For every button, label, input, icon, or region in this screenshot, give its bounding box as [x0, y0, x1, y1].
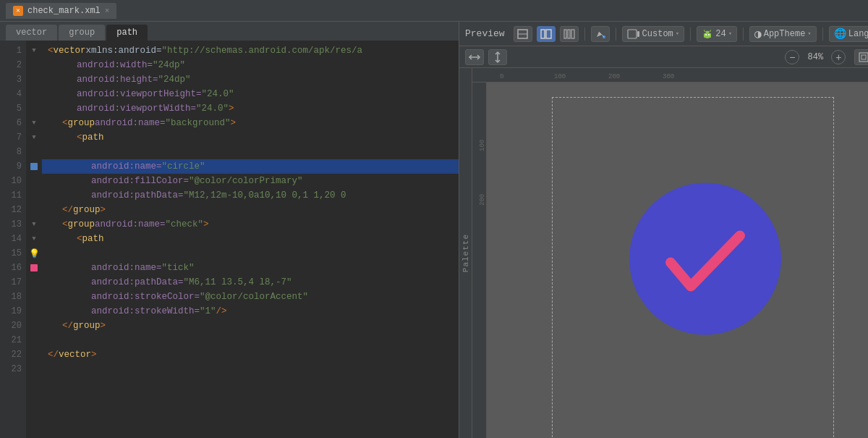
tabs-bar: vector group path — [0, 22, 459, 41]
fit-window-btn[interactable] — [854, 49, 868, 65]
main-layout: vector group path 12345 678910 111213141… — [0, 22, 868, 438]
svg-point-13 — [705, 34, 707, 35]
preview-toolbar2: − 84% + ✋ 🔔 — [459, 46, 868, 68]
tab-path[interactable]: path — [106, 25, 148, 41]
canvas-inner: 100 200 — [472, 83, 868, 438]
ruler-label-100: 100 — [554, 73, 608, 80]
ruler-left: 100 200 — [472, 83, 487, 438]
device-arrow: ▾ — [676, 30, 679, 38]
gutter: ▼ ▼ ▼ ▼ ▼ 💡 — [26, 41, 42, 438]
lang-dropdown[interactable]: 🌐 Language — [829, 26, 868, 42]
code-line-17: android:pathData="M6,11 l3.5,4 l8,-7" — [42, 275, 459, 290]
fold-arrow-1[interactable]: ▼ — [32, 47, 35, 54]
code-line-22: </vector> — [42, 348, 459, 362]
code-line-16: android:name="tick" — [42, 261, 459, 275]
tab-group[interactable]: group — [59, 25, 105, 41]
preview-graphic — [618, 172, 792, 349]
fold-arrow-5[interactable]: ▼ — [32, 235, 35, 243]
tab-close-icon[interactable]: × — [105, 7, 110, 15]
code-line-19: android:strokeWidth="1" /> — [42, 304, 459, 319]
preview-canvas-wrap: Palette 0 100 200 300 — [459, 68, 868, 438]
svg-point-14 — [708, 34, 710, 35]
api-dropdown[interactable]: 24 ▾ — [697, 26, 737, 42]
zoom-value: 84% — [802, 52, 828, 62]
separator-4 — [743, 28, 744, 41]
separator-1 — [584, 28, 585, 41]
svg-rect-3 — [546, 30, 551, 38]
layout-icon-2[interactable] — [537, 26, 556, 42]
canvas-area: 0 100 200 300 100 200 — [472, 68, 868, 438]
ruler-left-ticks: 100 200 — [472, 83, 486, 206]
ruler-top: 0 100 200 300 — [472, 68, 868, 83]
code-line-21 — [42, 333, 459, 348]
preview-toolbar: Preview — [459, 22, 868, 46]
file-tab-label: check_mark.xml — [27, 6, 101, 16]
code-line-1: <vector xmlns:android="http://schemas.an… — [42, 43, 459, 58]
theme-icon: ◑ — [754, 27, 762, 41]
api-arrow: ▾ — [728, 30, 732, 38]
fold-arrow-4[interactable]: ▼ — [32, 221, 35, 228]
bulb-icon[interactable]: 💡 — [29, 248, 40, 259]
theme-arrow: ▾ — [807, 30, 811, 38]
palette-label: Palette — [461, 234, 470, 272]
svg-rect-2 — [541, 30, 545, 38]
code-line-13: <group android:name="check"> — [42, 217, 459, 232]
svg-rect-12 — [704, 33, 711, 38]
line-numbers: 12345 678910 1112131415 1617181920 21222… — [0, 41, 26, 438]
svg-rect-10 — [637, 31, 639, 37]
svg-rect-5 — [568, 30, 570, 38]
code-line-20: </group> — [42, 319, 459, 333]
zoom-out-button[interactable]: − — [785, 50, 799, 64]
theme-dropdown[interactable]: ◑ AppTheme ▾ — [749, 26, 817, 42]
ruler-left-label-100: 100 — [477, 97, 486, 151]
code-line-18: android:strokeColor="@color/colorAccent" — [42, 290, 459, 304]
color-swatch-blue[interactable] — [30, 163, 38, 170]
code-line-6: <group android:name="background"> — [42, 116, 459, 130]
circle-element — [629, 182, 781, 334]
device-dropdown[interactable]: Custom ▾ — [622, 26, 685, 42]
tab-vector[interactable]: vector — [6, 25, 57, 41]
paint-icon[interactable] — [591, 26, 610, 42]
svg-rect-18 — [859, 53, 868, 62]
pan-horizontal-btn[interactable] — [465, 49, 484, 65]
code-line-10: android:fillColor="@color/colorPrimary" — [42, 174, 459, 188]
svg-rect-19 — [861, 55, 866, 59]
code-line-15 — [42, 246, 459, 261]
code-line-23 — [42, 362, 459, 376]
ruler-label-300: 300 — [663, 73, 717, 80]
code-line-7: <path — [42, 130, 459, 145]
code-line-2: android:width="24dp" — [42, 58, 459, 72]
fold-arrow-2[interactable]: ▼ — [32, 119, 35, 127]
code-line-14: <path — [42, 232, 459, 246]
zoom-in-button[interactable]: + — [831, 50, 846, 64]
zoom-controls: − 84% + — [785, 50, 846, 64]
pan-vertical-btn[interactable] — [488, 49, 507, 65]
color-swatch-pink[interactable] — [30, 264, 38, 271]
file-tab[interactable]: ✕ check_mark.xml × — [6, 3, 116, 19]
layout-icon-3[interactable] — [560, 26, 579, 42]
code-line-9: android:name="circle" — [42, 159, 459, 174]
code-line-3: android:height="24dp" — [42, 72, 459, 87]
ruler-label-0: 0 — [500, 73, 554, 80]
title-bar: ✕ check_mark.xml × — [0, 0, 868, 22]
code-panel: vector group path 12345 678910 111213141… — [0, 22, 459, 438]
code-line-4: android:viewportHeight="24.0" — [42, 87, 459, 101]
canvas-bg[interactable]: // — [487, 83, 868, 438]
code-line-5: android:viewportWidth="24.0"> — [42, 101, 459, 116]
code-content[interactable]: <vector xmlns:android="http://schemas.an… — [42, 41, 459, 438]
code-line-8 — [42, 145, 459, 159]
preview-panel: Preview — [459, 22, 868, 438]
palette-sidebar: Palette — [459, 68, 472, 438]
ruler-tick-container: 0 100 200 300 — [472, 73, 717, 80]
globe-icon: 🌐 — [834, 28, 846, 40]
preview-svg — [618, 172, 792, 345]
separator-5 — [822, 28, 823, 41]
ruler-left-label-200: 200 — [477, 151, 486, 206]
device-label: Custom — [642, 29, 673, 39]
svg-rect-9 — [628, 30, 637, 38]
fold-arrow-3[interactable]: ▼ — [32, 134, 35, 141]
layout-icon-1[interactable] — [514, 26, 532, 42]
svg-rect-4 — [564, 30, 566, 38]
file-icon: ✕ — [13, 6, 23, 16]
svg-rect-6 — [571, 30, 574, 38]
